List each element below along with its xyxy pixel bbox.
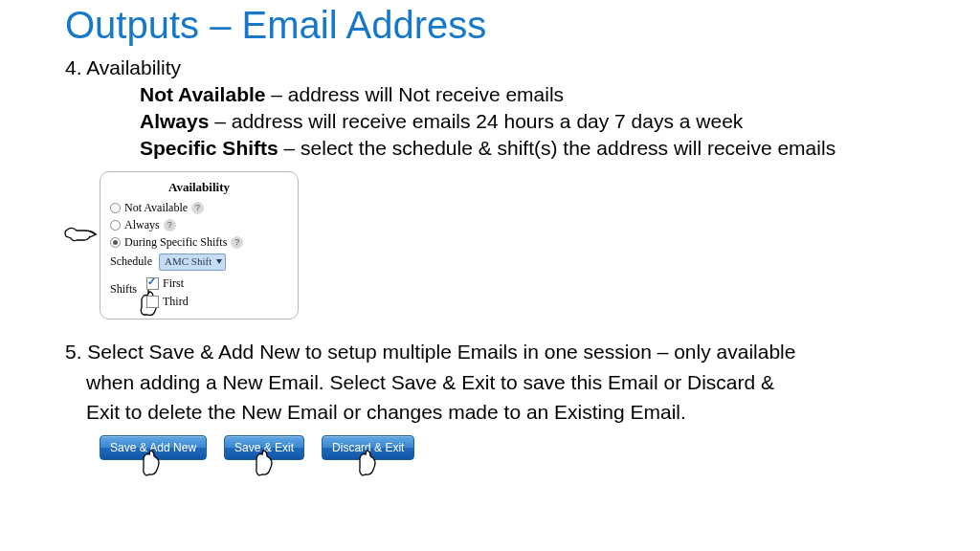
sub-specific-shifts-text: – select the schedule & shift(s) the add… — [278, 137, 835, 159]
page-title: Outputs – Email Address — [65, 4, 915, 47]
help-icon[interactable]: ? — [191, 202, 204, 214]
availability-heading: Availability — [110, 180, 288, 195]
bullet-5-line3: Exit to delete the New Email or changes … — [86, 397, 686, 428]
discard-exit-button[interactable]: Discard & Exit — [322, 435, 414, 460]
bullet-4-heading: 4. Availability — [65, 56, 915, 79]
radio-always[interactable] — [110, 220, 121, 231]
bullet-5-line1: 5. Select Save & Add New to setup multip… — [65, 341, 795, 363]
sub-always: Always – address will receive emails 24 … — [140, 110, 915, 133]
radio-always-label: Always — [124, 218, 160, 232]
radio-not-available-label: Not Available — [124, 201, 188, 215]
checkbox-first-label: First — [163, 276, 184, 291]
save-exit-button[interactable]: Save & Exit — [224, 435, 304, 460]
help-icon[interactable]: ? — [164, 219, 176, 231]
sub-always-text: – address will receive emails 24 hours a… — [209, 110, 743, 132]
radio-specific-shifts-row[interactable]: During Specific Shifts ? — [110, 235, 288, 250]
bullet-5-text: 5. Select Save & Add New to setup multip… — [65, 337, 915, 428]
radio-specific-shifts-label: During Specific Shifts — [124, 235, 227, 250]
sub-not-available: Not Available – address will Not receive… — [140, 83, 915, 106]
pointing-hand-icon — [63, 221, 98, 248]
checkbox-first-row[interactable]: First — [146, 276, 189, 291]
save-add-new-button[interactable]: Save & Add New — [100, 435, 207, 460]
availability-panel: Availability Not Available ? Always ? Du… — [100, 171, 299, 320]
sub-specific-shifts: Specific Shifts – select the schedule & … — [140, 137, 915, 160]
radio-not-available[interactable] — [110, 203, 121, 213]
help-icon[interactable]: ? — [231, 236, 243, 249]
checkbox-third-label: Third — [163, 295, 189, 309]
sub-always-bold: Always — [140, 110, 209, 132]
sub-not-available-bold: Not Available — [140, 83, 265, 105]
schedule-select[interactable]: AMC Shift — [159, 253, 226, 271]
radio-always-row[interactable]: Always ? — [110, 218, 288, 232]
checkbox-first[interactable] — [146, 277, 159, 290]
sub-not-available-text: – address will Not receive emails — [265, 83, 564, 105]
radio-not-available-row[interactable]: Not Available ? — [110, 201, 288, 215]
schedule-label: Schedule — [110, 254, 152, 268]
shifts-label: Shifts — [110, 276, 137, 297]
bullet-5-line2: when adding a New Email. Select Save & E… — [86, 367, 774, 398]
checkbox-third-row[interactable]: Third — [146, 295, 189, 309]
checkbox-third[interactable] — [146, 296, 159, 308]
radio-specific-shifts[interactable] — [110, 237, 121, 248]
sub-specific-shifts-bold: Specific Shifts — [140, 137, 278, 159]
